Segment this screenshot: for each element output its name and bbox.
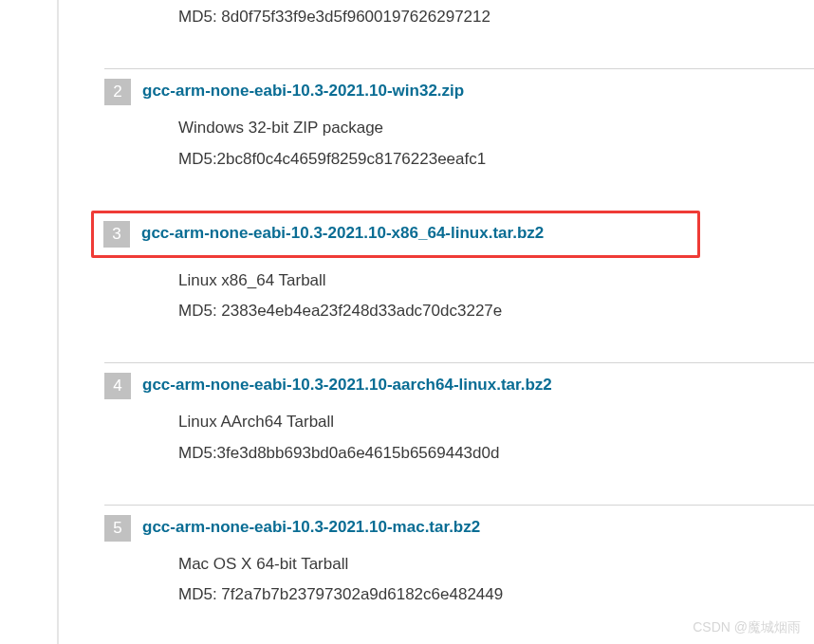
description-text: Windows 32-bit ZIP package [178, 113, 814, 143]
download-entry: 3gcc-arm-none-eabi-10.3-2021.10-x86_64-l… [104, 201, 814, 327]
entry-header: 4gcc-arm-none-eabi-10.3-2021.10-aarch64-… [104, 362, 814, 399]
watermark-text: CSDN @魔城烟雨 [693, 619, 801, 636]
download-list: MD5: 8d0f75f33f9e3d5f9600197626297212 2g… [57, 0, 814, 644]
md5-text: MD5:2bc8f0c4c4659f8259c8176223eeafc1 [178, 144, 814, 175]
description-text: Linux x86_64 Tarball [178, 266, 814, 296]
entry-header: 3gcc-arm-none-eabi-10.3-2021.10-x86_64-l… [91, 211, 700, 258]
number-badge: 2 [104, 79, 131, 105]
download-entry: 6gcc-arm-none-eabi-10.3-2021.10-mac.pkgM… [104, 637, 814, 644]
entry-details: Mac OS X 64-bit TarballMD5: 7f2a7b7b2379… [104, 542, 814, 611]
entry-details: Linux AArch64 TarballMD5:3fe3d8bb693bd0a… [104, 399, 814, 469]
download-entry: 2gcc-arm-none-eabi-10.3-2021.10-win32.zi… [104, 59, 814, 175]
entry-details: Windows 32-bit ZIP packageMD5:2bc8f0c4c4… [104, 105, 814, 175]
entry-header: 2gcc-arm-none-eabi-10.3-2021.10-win32.zi… [104, 68, 814, 105]
md5-text: MD5: 2383e4eb4ea23f248d33adc70dc3227e [178, 296, 814, 326]
number-badge: 3 [103, 221, 130, 248]
download-link[interactable]: gcc-arm-none-eabi-10.3-2021.10-aarch64-l… [142, 373, 552, 395]
entry-header: 5gcc-arm-none-eabi-10.3-2021.10-mac.tar.… [104, 505, 814, 542]
entry-details: Linux x86_64 TarballMD5: 2383e4eb4ea23f2… [104, 258, 814, 327]
download-link[interactable]: gcc-arm-none-eabi-10.3-2021.10-mac.tar.b… [142, 515, 480, 537]
download-link[interactable]: gcc-arm-none-eabi-10.3-2021.10-x86_64-li… [141, 221, 544, 243]
number-badge: 5 [104, 515, 131, 542]
description-text: Mac OS X 64-bit Tarball [178, 549, 814, 580]
md5-text: MD5: 8d0f75f33f9e3d5f9600197626297212 [104, 0, 814, 32]
download-entry: 5gcc-arm-none-eabi-10.3-2021.10-mac.tar.… [104, 495, 814, 611]
md5-text: MD5: 7f2a7b7b23797302a9d6182c6e482449 [178, 580, 814, 610]
download-entry: 4gcc-arm-none-eabi-10.3-2021.10-aarch64-… [104, 353, 814, 469]
md5-text: MD5:3fe3d8bb693bd0a6e4615b6569443d0d [178, 438, 814, 469]
vertical-divider [57, 0, 59, 644]
number-badge: 4 [104, 373, 131, 399]
description-text: Linux AArch64 Tarball [178, 407, 814, 437]
download-link[interactable]: gcc-arm-none-eabi-10.3-2021.10-win32.zip [142, 79, 464, 101]
